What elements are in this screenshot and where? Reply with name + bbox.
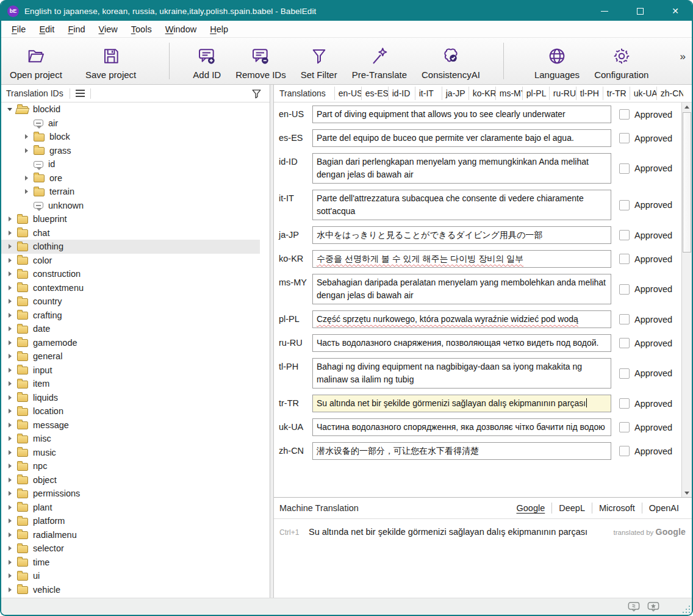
tree-item[interactable]: construction <box>1 267 260 281</box>
translation-input[interactable]: Частина водолазного спорядження, яка доз… <box>312 418 611 436</box>
translation-input[interactable]: Sebahagian daripada peralatan menyelam y… <box>312 274 611 304</box>
expand-arrow-icon[interactable] <box>5 573 15 578</box>
tab-es-ES[interactable]: es-ES <box>361 87 388 100</box>
approved-checkbox[interactable] <box>619 254 630 264</box>
tree-item[interactable]: terrain <box>1 185 260 199</box>
translation-input[interactable]: Bahagi ng diving equipment na nagbibigay… <box>312 358 611 389</box>
approved-checkbox[interactable] <box>619 398 630 409</box>
scroll-up-icon[interactable] <box>682 102 692 111</box>
expand-arrow-icon[interactable] <box>5 285 15 290</box>
expand-arrow-icon[interactable] <box>5 231 15 235</box>
tree-menu-icon[interactable] <box>70 90 90 97</box>
provider-tab-deepl[interactable]: DeepL <box>552 503 592 513</box>
expand-arrow-icon[interactable] <box>5 518 15 523</box>
expand-arrow-icon[interactable] <box>21 189 31 194</box>
tree-item[interactable]: music <box>1 446 260 460</box>
expand-arrow-icon[interactable] <box>5 395 15 400</box>
tree-item[interactable]: platform <box>1 514 260 528</box>
tree-item[interactable]: chat <box>1 226 260 240</box>
expand-arrow-icon[interactable] <box>5 258 15 263</box>
menu-edit[interactable]: Edit <box>32 22 61 37</box>
tree-item[interactable]: country <box>1 295 260 309</box>
tree-item[interactable]: block <box>1 130 260 144</box>
expand-arrow-icon[interactable] <box>5 299 15 304</box>
tab-ms-MY[interactable]: ms-MY <box>495 87 522 100</box>
tree-item[interactable]: air <box>1 116 260 131</box>
set-filter-button[interactable]: Set Filter <box>293 38 345 84</box>
expand-arrow-icon[interactable] <box>5 450 15 455</box>
provider-tab-openai[interactable]: OpenAI <box>642 503 686 513</box>
expand-arrow-icon[interactable] <box>5 491 15 496</box>
expand-arrow-icon[interactable] <box>5 423 15 428</box>
menu-file[interactable]: File <box>5 22 32 37</box>
tab-ja-JP[interactable]: ja-JP <box>442 87 469 100</box>
open-project-button[interactable]: Open project <box>2 38 70 84</box>
translation-input[interactable]: Part of diving equipment that allows you… <box>312 106 611 123</box>
tab-pl-PL[interactable]: pl-PL <box>522 87 549 100</box>
expand-arrow-icon[interactable] <box>21 176 31 181</box>
expand-arrow-icon[interactable] <box>5 271 15 276</box>
approved-checkbox[interactable] <box>619 446 630 456</box>
expand-arrow-icon[interactable] <box>5 381 15 386</box>
translation-input[interactable]: Часть водолазного снаряжения, позволяюща… <box>312 334 611 352</box>
menu-window[interactable]: Window <box>159 22 204 37</box>
tree-item[interactable]: date <box>1 322 260 336</box>
provider-tab-google[interactable]: Google <box>510 503 552 513</box>
scrollbar-thumb[interactable] <box>683 112 691 252</box>
approved-checkbox[interactable] <box>619 368 630 379</box>
approved-checkbox[interactable] <box>619 314 630 324</box>
save-project-button[interactable]: Save project <box>78 38 143 84</box>
expand-arrow-icon[interactable] <box>5 354 15 359</box>
tab-ru-RU[interactable]: ru-RU <box>549 87 576 100</box>
translation-input[interactable]: 수중을 선명하게 볼 수 있게 해주는 다이빙 장비의 일부 <box>312 250 611 268</box>
tree-item[interactable]: input <box>1 364 260 378</box>
tree-item-selected[interactable]: clothing <box>1 240 260 254</box>
tree-item[interactable]: selector <box>1 542 260 556</box>
tree-item[interactable]: blueprint <box>1 212 260 226</box>
tree-item[interactable]: vehicle <box>1 583 260 597</box>
mt-suggestion-text[interactable]: Su altında net bir şekilde görmenizi sağ… <box>307 527 606 537</box>
configuration-button[interactable]: Configuration <box>587 38 656 84</box>
translations-scrollbar[interactable] <box>681 102 692 497</box>
tree-item[interactable]: radialmenu <box>1 528 260 542</box>
approved-checkbox[interactable] <box>619 109 630 120</box>
tab-zh-CN[interactable]: zh-CN <box>656 87 683 100</box>
tab-it-IT[interactable]: it-IT <box>415 87 442 100</box>
toolbar-overflow-button[interactable]: » <box>680 51 692 71</box>
tree-item[interactable]: gamemode <box>1 336 260 350</box>
tree-item[interactable]: contextmenu <box>1 281 260 295</box>
favorite-icon[interactable] <box>647 601 660 613</box>
expand-arrow-icon[interactable] <box>5 436 15 441</box>
tree-item[interactable]: object <box>1 473 260 487</box>
translation-input-focused[interactable]: Su altında net bir şekilde görmenizi sağ… <box>312 395 611 412</box>
expand-arrow-icon[interactable] <box>5 464 15 468</box>
approved-checkbox[interactable] <box>619 200 630 210</box>
expand-arrow-icon[interactable] <box>5 478 15 482</box>
tab-tl-PH[interactable]: tl-PH <box>576 87 603 100</box>
tree-item[interactable]: plant <box>1 501 260 515</box>
minimize-button[interactable] <box>587 0 622 22</box>
expand-arrow-icon[interactable] <box>5 532 15 537</box>
approved-checkbox[interactable] <box>619 422 630 432</box>
tree-item[interactable]: message <box>1 418 260 432</box>
tree-item[interactable]: liquids <box>1 391 260 405</box>
provider-tab-microsoft[interactable]: Microsoft <box>592 503 642 513</box>
approved-checkbox[interactable] <box>619 163 630 174</box>
tree-item[interactable]: misc <box>1 432 260 446</box>
mt-suggestion-row[interactable]: Ctrl+1 Su altında net bir şekilde görmen… <box>274 519 692 537</box>
approved-checkbox[interactable] <box>619 338 630 348</box>
tree-item[interactable]: blockid <box>1 102 260 116</box>
approved-checkbox[interactable] <box>619 284 630 295</box>
collapse-arrow-icon[interactable] <box>5 108 15 111</box>
tree-item[interactable]: npc <box>1 459 260 473</box>
tree-item[interactable]: grass <box>1 144 260 158</box>
scroll-down-icon[interactable] <box>682 489 692 497</box>
tree-item[interactable]: general <box>1 349 260 364</box>
tree-item[interactable]: color <box>1 254 260 268</box>
feedback-icon[interactable] <box>627 601 641 613</box>
consistency-ai-button[interactable]: ConsistencyAI <box>414 38 487 84</box>
tab-en-US[interactable]: en-US <box>334 87 361 100</box>
menu-tools[interactable]: Tools <box>124 22 159 37</box>
approved-checkbox[interactable] <box>619 230 630 240</box>
expand-arrow-icon[interactable] <box>5 587 15 592</box>
